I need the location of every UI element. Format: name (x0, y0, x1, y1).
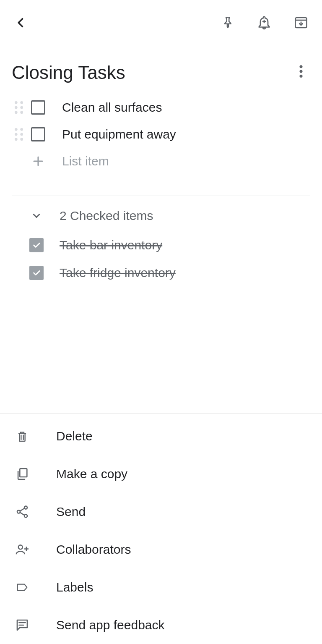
checkbox-checked[interactable] (29, 266, 44, 280)
svg-point-2 (299, 70, 302, 73)
checkbox-checked[interactable] (29, 238, 44, 252)
menu-label: Collaborators (56, 542, 131, 557)
svg-point-10 (15, 128, 18, 131)
plus-icon (31, 154, 45, 168)
svg-rect-16 (20, 469, 27, 477)
checked-items-label: 2 Checked items (60, 209, 153, 223)
svg-point-14 (15, 138, 18, 141)
menu-label: Make a copy (56, 467, 127, 481)
svg-point-11 (20, 128, 23, 131)
add-list-item[interactable]: List item (12, 148, 310, 175)
reminder-button[interactable] (255, 13, 273, 32)
back-button[interactable] (12, 13, 30, 32)
svg-point-1 (299, 65, 302, 68)
back-arrow-icon (15, 14, 27, 31)
svg-point-3 (299, 75, 302, 78)
check-icon (32, 268, 41, 277)
list-item-text[interactable]: Put equipment away (62, 127, 176, 141)
label-icon (14, 579, 30, 595)
checked-items-header[interactable]: 2 Checked items (0, 200, 322, 231)
checked-item-text[interactable]: Take bar inventory (60, 238, 162, 252)
bottom-sheet-menu: Delete Make a copy Send Collaborators La… (0, 414, 322, 644)
menu-delete[interactable]: Delete (0, 417, 322, 455)
svg-point-15 (20, 138, 23, 141)
list-item-text[interactable]: Clean all surfaces (62, 100, 162, 115)
add-item-placeholder: List item (62, 154, 109, 168)
feedback-icon (14, 617, 30, 633)
unchecked-list: Clean all surfaces Put equipment away Li… (0, 92, 322, 183)
archive-icon (293, 15, 309, 30)
top-app-bar (0, 0, 322, 45)
person-add-icon (14, 542, 30, 558)
menu-label: Send (56, 505, 86, 519)
divider (12, 196, 310, 196)
pin-icon (220, 16, 234, 30)
svg-point-7 (20, 106, 23, 109)
more-options-button[interactable] (292, 62, 310, 81)
checked-item-text[interactable]: Take fridge inventory (60, 266, 176, 280)
list-item[interactable]: Put equipment away (12, 121, 310, 148)
svg-point-13 (20, 133, 23, 136)
menu-labels[interactable]: Labels (0, 568, 322, 606)
menu-label: Delete (56, 429, 93, 443)
svg-point-4 (15, 101, 18, 104)
list-item[interactable]: Clean all surfaces (12, 94, 310, 121)
check-icon (32, 241, 41, 250)
menu-collaborators[interactable]: Collaborators (0, 531, 322, 568)
trash-icon (14, 428, 30, 444)
menu-make-copy[interactable]: Make a copy (0, 455, 322, 493)
more-vert-icon (299, 64, 303, 79)
checked-list-item[interactable]: Take bar inventory (0, 231, 322, 259)
title-row: Closing Tasks (0, 45, 322, 92)
checked-list-item[interactable]: Take fridge inventory (0, 259, 322, 287)
share-icon (14, 504, 30, 520)
archive-button[interactable] (292, 13, 310, 32)
svg-point-6 (15, 106, 18, 109)
bell-add-icon (257, 15, 272, 30)
pin-button[interactable] (218, 13, 236, 32)
drag-handle-icon[interactable] (12, 100, 26, 115)
checkbox-unchecked[interactable] (31, 127, 45, 141)
svg-point-20 (18, 545, 23, 549)
note-title[interactable]: Closing Tasks (12, 62, 125, 83)
menu-send[interactable]: Send (0, 493, 322, 531)
menu-label: Labels (56, 580, 93, 594)
copy-icon (14, 466, 30, 482)
chevron-down-icon (29, 209, 44, 223)
svg-point-12 (15, 133, 18, 136)
drag-handle-icon[interactable] (12, 127, 26, 141)
svg-point-5 (20, 101, 23, 104)
svg-point-9 (20, 111, 23, 114)
checkbox-unchecked[interactable] (31, 100, 45, 115)
menu-send-feedback[interactable]: Send app feedback (0, 606, 322, 644)
menu-label: Send app feedback (56, 618, 165, 632)
svg-point-8 (15, 111, 18, 114)
